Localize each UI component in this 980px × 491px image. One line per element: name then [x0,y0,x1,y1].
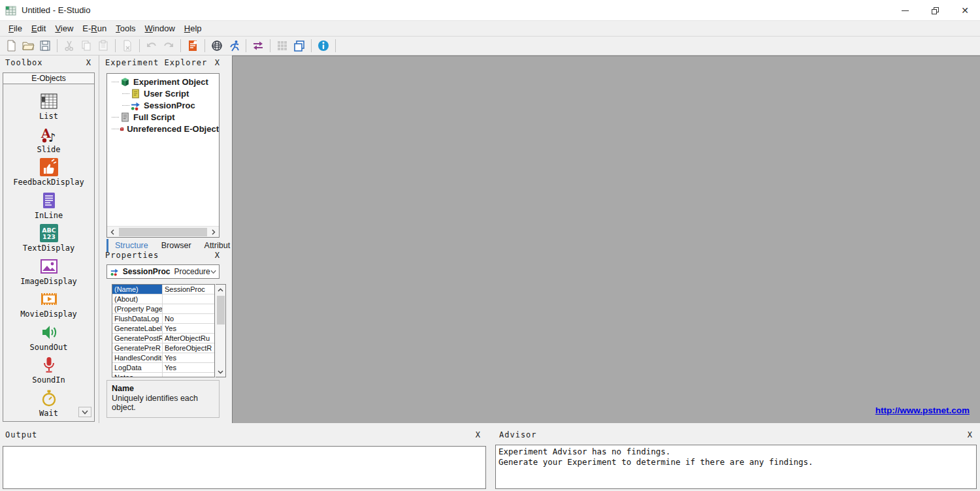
advisor-panel: Advisor X Experiment Advisor has no find… [494,428,980,491]
tree-guide [122,105,129,106]
tool-slide[interactable]: A♪ Slide [3,125,94,158]
copy-button[interactable] [78,38,95,54]
undo-icon [145,39,158,52]
property-row[interactable]: LogDataYes [112,363,214,373]
toolbox-close-button[interactable]: X [86,58,91,67]
grid-button[interactable] [274,38,291,54]
advisor-line: Experiment Advisor has no findings. [498,447,973,457]
about-button[interactable] [315,38,332,54]
package-button[interactable] [208,38,225,54]
save-icon [39,39,52,52]
pstnet-link[interactable]: http://www.pstnet.com [875,405,970,415]
toolbar-separator [115,39,116,52]
menu-tools[interactable]: Tools [111,22,140,35]
scrollbar-thumb[interactable] [217,296,225,325]
tool-list[interactable]: List [3,91,94,125]
restore-button[interactable] [920,0,950,21]
tool-moviedisplay[interactable]: MovieDisplay [3,289,94,323]
property-row[interactable]: FlushDataLogNo [112,314,214,324]
tree-item-sessionproc[interactable]: SessionProc [107,99,219,111]
scroll-right-arrow[interactable] [208,227,219,238]
minimize-button[interactable] [890,0,920,21]
property-row[interactable]: HandlesConditiYes [112,353,214,363]
inline-icon [39,191,59,210]
tree-guide [122,93,129,94]
menu-view[interactable]: View [50,22,78,35]
redo-button[interactable] [160,38,177,54]
scrollbar-thumb[interactable] [119,228,207,236]
tree-item-full-script[interactable]: Full Script [107,111,219,123]
tool-soundout[interactable]: SoundOut [3,323,94,356]
explorer-close-button[interactable]: X [215,58,220,67]
property-row[interactable]: (Name)SessionProc [112,285,214,294]
toolbox-scroll-down-button[interactable] [78,407,91,417]
menu-window[interactable]: Window [140,22,180,35]
horizontal-splitter[interactable] [0,423,980,428]
tool-soundin[interactable]: SoundIn [3,355,94,388]
save-button[interactable] [37,38,54,54]
output-content[interactable] [3,446,486,489]
property-description: Name Uniquely identifies each object. [106,380,220,418]
run-button[interactable] [225,38,242,54]
app-logo-icon [5,5,17,16]
paste-button[interactable] [95,38,112,54]
close-button[interactable]: ✕ [950,0,980,21]
property-row[interactable]: GeneratePostRAfterObjectRu [112,334,214,343]
menu-help[interactable]: Help [180,22,206,35]
tree-item-user-script[interactable]: User Script [107,87,219,99]
procedure-icon [130,100,141,111]
property-row[interactable]: GeneratePreRBeforeObjectR [112,343,214,353]
menu-erun[interactable]: E-Run [78,22,111,35]
chevron-down-icon [82,410,88,415]
cut-button[interactable] [61,38,78,54]
tree-item-unreferenced-eobject[interactable]: Unreferenced E-Object [107,123,219,135]
undo-button[interactable] [143,38,160,54]
properties-close-button[interactable]: X [215,251,220,260]
property-row[interactable]: Notes [112,373,214,377]
menu-edit[interactable]: Edit [27,22,50,35]
full-script-icon [120,112,131,123]
tool-imagedisplay[interactable]: ImageDisplay [3,257,94,290]
tool-feedbackdisplay[interactable]: FeedbackDisplay [3,157,94,191]
object-selector-dropdown[interactable]: SessionProc Procedure [106,264,220,279]
tool-textdisplay[interactable]: ABC123 TextDisplay [3,223,94,257]
merge-icon [252,39,265,52]
scroll-left-arrow[interactable] [107,227,118,238]
workspace-area: http://www.pstnet.com [232,55,980,423]
property-row[interactable]: GenerateLabelYes [112,324,214,334]
tree-guide [112,117,119,118]
toolbar-separator [335,39,336,52]
restore-icon [932,7,939,14]
property-description-text: Uniquely identifies each object. [112,394,214,412]
window-title: Untitled - E-Studio [22,5,91,15]
generate-script-button[interactable] [184,38,201,54]
eobjects-group-button[interactable]: E-Objects [3,73,94,84]
property-row[interactable]: (About) [112,294,214,304]
new-document-icon [5,39,18,52]
tree-item-experiment-object[interactable]: Experiment Object [107,76,219,87]
open-button[interactable] [20,38,37,54]
property-row[interactable]: (Property Page [112,304,214,314]
delete-button[interactable] [119,38,136,54]
windows-button[interactable] [291,38,308,54]
output-close-button[interactable]: X [476,430,480,439]
e-studio-window: Untitled - E-Studio ✕ File Edit View E-R… [0,0,980,491]
explorer-horizontal-scrollbar[interactable] [107,226,219,237]
selected-object-name: SessionProc [123,267,171,276]
menu-bar: File Edit View E-Run Tools Window Help [0,21,980,37]
vertical-splitter[interactable] [488,428,494,491]
experiment-explorer-panel: Experiment Explorer X Experiment Object … [100,55,227,423]
merge-button[interactable] [250,38,267,54]
property-grid-scrollbar[interactable] [216,284,226,377]
toolbar-separator [311,39,312,52]
scroll-up-arrow[interactable] [216,285,226,294]
advisor-title: Advisor [499,430,537,439]
new-button[interactable] [3,38,20,54]
feedback-display-icon [39,157,59,177]
advisor-close-button[interactable]: X [968,430,972,439]
scroll-down-arrow[interactable] [216,367,226,377]
tool-inline[interactable]: InLine [3,191,94,224]
advisor-line: Generate your Experiment to determine if… [498,457,973,467]
menu-file[interactable]: File [4,22,27,35]
advisor-content[interactable]: Experiment Advisor has no findings. Gene… [495,445,977,489]
